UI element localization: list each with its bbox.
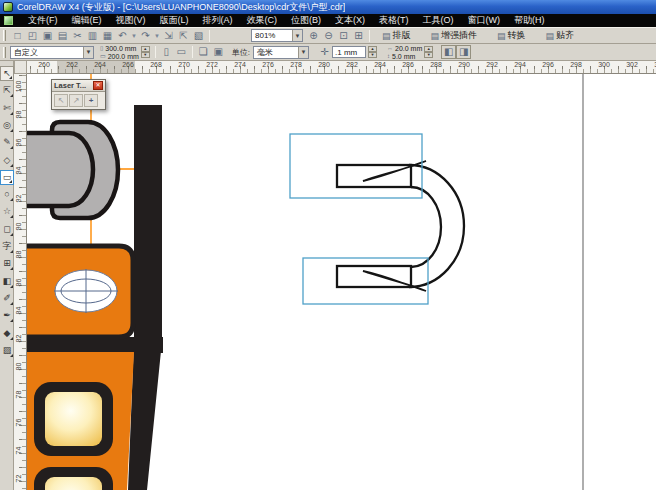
print-icon[interactable]: ▤ [55,29,70,43]
toolbox-interactive-blend-tool[interactable]: ◧ [0,274,14,289]
toolbar-grab-handle[interactable] [3,47,6,58]
copy-icon[interactable]: ▥ [85,29,100,43]
duplicate-y-field[interactable]: ↕5.0 mm [387,53,422,60]
export-icon[interactable]: ⇱ [176,29,191,43]
menu-item[interactable]: 文本(X) [328,14,372,27]
title-bar[interactable]: CorelDRAW X4 (专业版) - [C:\Users\LUANPHONE… [0,0,656,14]
units-combo[interactable]: 毫米 ▼ [253,46,309,59]
zoom-level-value: 801% [255,31,275,40]
paper-size-stepper[interactable]: ▲▼ [141,46,150,58]
toolbox-shape-tool[interactable]: ⇱ [0,83,14,98]
toolbox-ellipse-tool[interactable]: ○ [0,187,14,202]
laser-toolbar-titlebar[interactable]: Laser T... ✕ [52,80,105,92]
paste-icon[interactable]: ▦ [100,29,115,43]
paper-width-field[interactable]: ▯300.0 mm [100,45,139,52]
laser-tool-button-3[interactable]: + [84,94,98,107]
toolbox-crop-tool[interactable]: ✄ [0,101,14,116]
toolbox-fill-tool[interactable]: ◆ [0,326,14,341]
current-page-button[interactable]: ▣ [211,45,226,59]
toolbox-zoom-tool[interactable]: ◎ [0,118,14,133]
toolbox-pick-tool[interactable]: ↖ [0,66,14,81]
toolbox-table-tool[interactable]: ⊞ [0,256,14,271]
menu-item[interactable]: 窗口(W) [461,14,508,27]
clip-top-bar[interactable] [337,165,411,187]
zoom-page-icon[interactable]: ⊞ [351,29,366,43]
import-icon[interactable]: ⇲ [161,29,176,43]
zoom-out-icon[interactable]: ⊖ [321,29,336,43]
menu-item[interactable]: 位图(B) [284,14,328,27]
landscape-button[interactable]: ▭ [174,45,189,59]
menu-item[interactable]: 文件(F) [21,14,65,27]
treat-as-filled-button[interactable]: ◧ [441,45,456,59]
zoom-in-icon[interactable]: ⊕ [306,29,321,43]
clip-inner-arc[interactable] [411,187,441,267]
open-icon[interactable]: ◰ [25,29,40,43]
menu-item[interactable]: 排列(A) [196,14,240,27]
排版-button[interactable]: ▤排版 [377,27,416,44]
nudge-stepper[interactable]: ▲▼ [368,46,377,58]
app-launcher-icon[interactable]: ▧ [191,29,206,43]
snap-options-button[interactable]: ◨ [456,45,471,59]
toolbox-basic-shapes-tool[interactable]: ◻ [0,222,14,237]
toolbox-interactive-fill-tool[interactable]: ▨ [0,343,14,358]
laser-tool-button-2[interactable]: ↗ [69,94,83,107]
laser-toolbar-title: Laser T... [54,81,86,90]
toolbox-smart-fill-tool[interactable]: ◇ [0,153,14,168]
chevron-down-icon[interactable]: ▼ [298,47,308,58]
horizontal-ruler[interactable]: 2582602622642662682702722742762782802822… [27,61,656,74]
增强插件-button[interactable]: ▤增强插件 [426,27,483,44]
duplicate-x-field[interactable]: ↔20.0 mm [387,45,422,52]
zoom-level-combo[interactable]: 801% ▼ [251,29,303,42]
close-icon[interactable]: ✕ [93,81,103,90]
贴齐-button[interactable]: ▤贴齐 [541,27,580,44]
save-icon[interactable]: ▣ [40,29,55,43]
menu-item[interactable]: 表格(T) [372,14,416,27]
laser-tool-button-1[interactable]: ↖ [54,94,68,107]
menu-item[interactable]: 视图(V) [109,14,153,27]
keypad-button[interactable] [45,392,102,446]
toolbox-freehand-tool[interactable]: ✎ [0,135,14,150]
ruler-number: 80 [15,360,22,374]
portrait-button[interactable]: ▯ [159,45,174,59]
nudge-offset-field[interactable]: .1 mm [332,46,366,58]
laser-toolbar-body: ↖↗+ [52,92,105,109]
menu-item[interactable]: 编辑(E) [65,14,109,27]
redo-list-icon[interactable]: ▼ [153,29,161,43]
paper-preset-combo[interactable]: 自定义 ▼ [10,46,94,59]
toolbox-eyedropper-tool[interactable]: ✐ [0,291,14,306]
cut-icon[interactable]: ✂ [70,29,85,43]
ruler-number: 284 [374,61,386,68]
toolbox-rectangle-tool[interactable]: ▭ [0,170,14,185]
clip-outer-arc[interactable] [409,165,464,287]
chevron-down-icon[interactable]: ▼ [292,30,302,41]
all-pages-button[interactable]: ❏ [196,45,211,59]
keypad-button[interactable] [45,477,102,490]
vertical-ruler[interactable]: 1009896949290888684828078767472 [14,74,27,490]
ruler-origin[interactable] [14,61,27,74]
ruler-number: 86 [15,276,22,290]
canvas[interactable] [27,74,656,490]
zoom-selection-icon[interactable]: ⊡ [336,29,351,43]
new-icon[interactable]: □ [10,29,25,43]
clip-bottom-bar[interactable] [337,266,411,287]
toolbox-polygon-tool[interactable]: ☆ [0,204,14,219]
menu-item[interactable]: 帮助(H) [507,14,552,27]
menu-item[interactable]: 工具(O) [416,14,461,27]
ruler-number: 78 [15,388,22,402]
earpiece-inner-shape[interactable] [27,133,93,206]
undo-icon[interactable]: ↶ [115,29,130,43]
undo-list-icon[interactable]: ▼ [130,29,138,43]
menu-item[interactable]: 版面(L) [153,14,196,27]
转换-button[interactable]: ▤转换 [492,27,531,44]
toolbox-text-tool[interactable]: 字 [0,239,14,254]
redo-icon[interactable]: ↷ [138,29,153,43]
chevron-down-icon[interactable]: ▼ [83,47,93,58]
duplicate-stepper[interactable]: ▲▼ [424,46,433,58]
c-clip-group[interactable] [337,161,464,291]
menu-item[interactable]: 效果(C) [240,14,285,27]
toolbar-grab-handle[interactable] [3,30,6,41]
paper-height-field[interactable]: ▭200.0 mm [100,53,139,60]
toolbox-outline-tool[interactable]: ✒ [0,308,14,323]
document-icon[interactable] [4,16,13,25]
ruler-number: 282 [346,61,358,68]
